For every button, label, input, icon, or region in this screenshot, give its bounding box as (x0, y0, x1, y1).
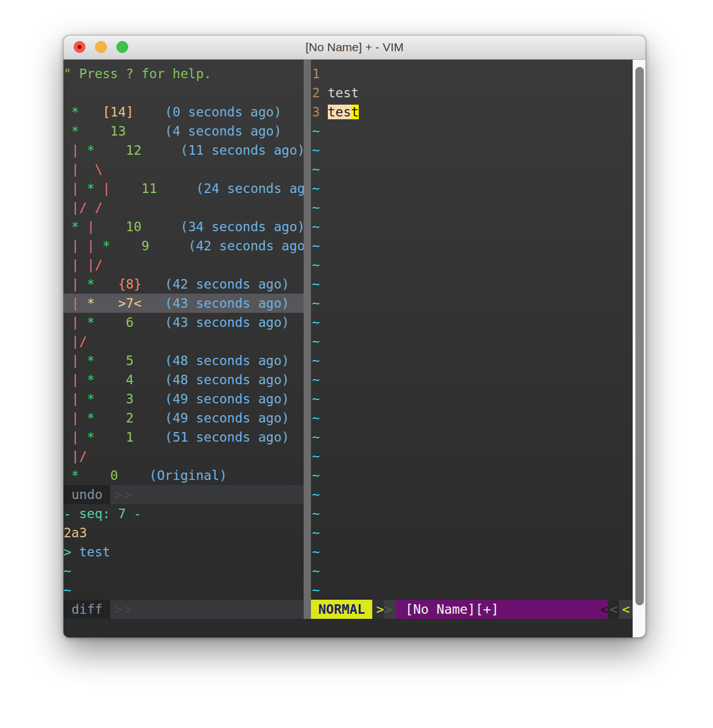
undotree-row[interactable]: | * 6 (43 seconds ago) (64, 313, 304, 332)
undotree-row[interactable]: | * 3 (49 seconds ago) (64, 389, 304, 408)
text (79, 143, 87, 158)
cursor-text: t (351, 105, 359, 119)
text (142, 296, 165, 311)
undotree-row[interactable]: | |/ (64, 255, 304, 275)
text-text: test (328, 86, 359, 100)
undotree-row[interactable]: | * 2 (49 seconds ago) (64, 408, 304, 428)
undotree-row[interactable]: * 0 (Original) (64, 466, 304, 485)
num-text: 0 (110, 468, 118, 483)
undotree-statusline-label: undo (64, 485, 110, 504)
diff-line[interactable]: > test (64, 542, 304, 561)
time-text: (51 seconds ago) (165, 430, 290, 444)
text (64, 468, 71, 483)
undotree-row[interactable]: |/ (64, 332, 304, 351)
undotree-statusline[interactable]: undo >> (64, 485, 304, 504)
undotree-row[interactable]: |/ / (64, 198, 304, 217)
text (64, 334, 71, 349)
diff-line[interactable]: ~ (64, 581, 304, 600)
buffer-pane[interactable]: 1 2 test3 test~~~~~~~~~~~~~~~~~~~~~~~~~ … (311, 60, 633, 619)
text (142, 219, 180, 234)
diff-line[interactable]: ~ (64, 561, 304, 581)
undotree-row[interactable]: | \ (64, 160, 304, 179)
text (64, 239, 71, 253)
undotree-row[interactable]: | * 5 (48 seconds ago) (64, 351, 304, 370)
node-text: * (87, 353, 95, 368)
undotree-row[interactable]: | * {8} (42 seconds ago) (64, 275, 304, 294)
text (64, 372, 71, 387)
node-text: * (87, 372, 95, 387)
scrollbar-thumb[interactable] (635, 67, 644, 605)
node-text: * (87, 392, 95, 406)
num-text: 5 (126, 353, 134, 368)
text (64, 315, 71, 330)
command-line-area[interactable] (64, 619, 633, 637)
undotree-row[interactable]: | * 4 (48 seconds ago) (64, 370, 304, 389)
tilde-row: ~ (312, 275, 633, 294)
time-text: (43 seconds ago) (165, 315, 290, 330)
minimize-button[interactable] (95, 41, 107, 53)
tilde-row: ~ (312, 217, 633, 236)
text (79, 468, 110, 483)
text (64, 353, 71, 368)
branch-text: |/ (71, 449, 87, 464)
scrollbar-track[interactable] (633, 60, 646, 637)
branch-text: | (71, 372, 79, 387)
undotree-row[interactable]: | * 12 (11 seconds ago) (64, 141, 304, 160)
text (94, 372, 125, 387)
undotree-row[interactable]: * 13 (4 seconds ago) (64, 122, 304, 141)
undotree-row[interactable]: * | 10 (34 seconds ago) (64, 217, 304, 236)
buffer-line[interactable]: 2 test (312, 83, 633, 102)
tilde-text: ~ (312, 392, 320, 406)
undotree-row[interactable] (64, 83, 304, 102)
text (94, 277, 118, 291)
text (64, 258, 71, 272)
tilde-text: ~ (312, 353, 320, 368)
tilde-row: ~ (312, 408, 633, 428)
num-text: 3 (126, 392, 134, 406)
vertical-split-separator[interactable] (304, 60, 311, 619)
zoom-button[interactable] (116, 41, 128, 53)
tilde-text: ~ (312, 506, 320, 521)
tilde-text: ~ (312, 430, 320, 444)
time-text: (48 seconds ago) (165, 372, 290, 387)
undotree-row[interactable]: | * >7< (43 seconds ago) (64, 294, 304, 313)
branch-text: | (71, 258, 79, 272)
branch-text: | (87, 239, 95, 253)
diff-line[interactable]: 2a3 (64, 523, 304, 542)
branch-text: |/ (87, 258, 103, 272)
diff-statusline[interactable]: diff >> (64, 600, 304, 619)
diff-line[interactable]: - seq: 7 - (64, 504, 304, 523)
undotree-row[interactable]: | * | 11 (24 seconds ago) (64, 179, 304, 198)
undotree-row[interactable]: | | * 9 (42 seconds ago) (64, 236, 304, 255)
buffer-line[interactable]: 1 (312, 64, 633, 83)
tilde-text: ~ (312, 200, 320, 215)
text (64, 143, 71, 158)
tilde-text: ~ (312, 124, 320, 138)
undotree-row[interactable]: * [14] (0 seconds ago) (64, 102, 304, 122)
curnode-text: * (87, 296, 95, 311)
powerline-separator-icon: < (619, 600, 633, 619)
time-text: (4 seconds ago) (165, 124, 282, 138)
close-button[interactable] (74, 41, 85, 53)
tilde-row: ~ (312, 466, 633, 485)
titlebar[interactable]: [No Name] + - VIM (64, 35, 646, 60)
text (79, 162, 95, 177)
text (64, 449, 71, 464)
undotree-pane[interactable]: " Press ? for help. * [14] (0 seconds ag… (64, 60, 304, 619)
text (94, 411, 125, 425)
undotree-row[interactable]: |/ (64, 447, 304, 466)
statusline-chevrons: >> (110, 485, 133, 504)
macvim-window: [No Name] + - VIM " Press ? for help. * … (64, 35, 646, 637)
undotree-row[interactable]: " Press ? for help. (64, 64, 304, 83)
undotree-row[interactable]: | * 1 (51 seconds ago) (64, 428, 304, 447)
text (79, 219, 87, 234)
active-statusline[interactable]: NORMAL > > [No Name][+]< < < (311, 600, 633, 619)
tilde-row: ~ (312, 504, 633, 523)
node-text: * (71, 468, 79, 483)
branch-text: \ (94, 162, 102, 177)
buffer-line[interactable]: 3 test (312, 102, 633, 122)
text (94, 296, 118, 311)
tilde-row: ~ (312, 122, 633, 141)
powerline-separator-icon: > (384, 600, 396, 619)
tilde-text: ~ (312, 372, 320, 387)
